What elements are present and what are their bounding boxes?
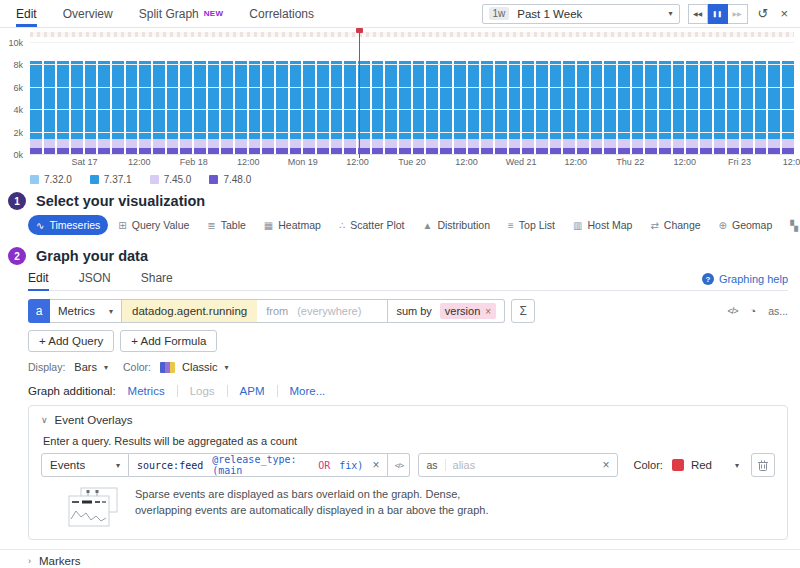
event-overlays-header[interactable]: ∨ Event Overlays: [41, 414, 775, 426]
stacked-bar[interactable]: [440, 43, 452, 155]
stacked-bar[interactable]: [755, 43, 767, 155]
stacked-bar[interactable]: [577, 43, 589, 155]
stacked-bar[interactable]: [249, 43, 261, 155]
stacked-bar[interactable]: [454, 43, 466, 155]
add-formula-button[interactable]: + Add Formula: [120, 330, 217, 352]
stacked-bar[interactable]: [741, 43, 753, 155]
stacked-bar[interactable]: [167, 43, 179, 155]
stacked-bar[interactable]: [194, 43, 206, 155]
viz-button-query-value[interactable]: ⊞Query Value: [110, 215, 197, 235]
stacked-bar[interactable]: [768, 43, 780, 155]
stacked-bar[interactable]: [112, 43, 124, 155]
query-source-select[interactable]: Metrics ▾: [50, 299, 122, 323]
stacked-bar[interactable]: [331, 43, 343, 155]
refresh-icon[interactable]: ↺: [756, 6, 771, 21]
viz-button-top-list[interactable]: ≡Top List: [500, 215, 563, 235]
alias-as-button[interactable]: as...: [768, 305, 788, 317]
stacked-bar[interactable]: [385, 43, 397, 155]
stacked-bar[interactable]: [208, 43, 220, 155]
top-tab-split-graph[interactable]: Split GraphNEW: [139, 0, 224, 27]
viz-button-tree-map[interactable]: ▚Tree Map: [782, 215, 800, 235]
legend-item-7.48.0[interactable]: 7.48.0: [209, 174, 251, 185]
stacked-bar[interactable]: [426, 43, 438, 155]
stacked-bar[interactable]: [481, 43, 493, 155]
viz-button-heatmap[interactable]: ▦Heatmap: [256, 215, 329, 235]
stacked-bar[interactable]: [645, 43, 657, 155]
graph-tab-json[interactable]: JSON: [79, 271, 111, 290]
step-forward-button[interactable]: ▶▶: [728, 4, 748, 24]
viz-button-host-map[interactable]: ▥Host Map: [565, 215, 640, 235]
stacked-bar[interactable]: [591, 43, 603, 155]
top-tab-overview[interactable]: Overview: [63, 0, 113, 27]
display-type-select[interactable]: Bars ▾: [71, 360, 111, 374]
stacked-bar[interactable]: [153, 43, 165, 155]
remove-tag-icon[interactable]: ×: [485, 306, 491, 317]
time-range-selector[interactable]: 1w Past 1 Week ▾: [482, 4, 680, 24]
color-scheme-select[interactable]: Classic ▾: [157, 360, 231, 374]
viz-button-scatter-plot[interactable]: ∴Scatter Plot: [331, 215, 413, 235]
stacked-bar[interactable]: [563, 43, 575, 155]
stacked-bar[interactable]: [303, 43, 315, 155]
stacked-bar[interactable]: [126, 43, 138, 155]
close-icon[interactable]: ×: [778, 6, 790, 21]
stacked-bar[interactable]: [673, 43, 685, 155]
stacked-bar[interactable]: [180, 43, 192, 155]
event-query-input[interactable]: source:feed@release_type:(mainORfix)×: [129, 453, 388, 477]
clear-query-icon[interactable]: ×: [372, 458, 379, 472]
stacked-bar[interactable]: [782, 43, 794, 155]
stacked-bar[interactable]: [85, 43, 97, 155]
stacked-bar[interactable]: [604, 43, 616, 155]
stacked-bar[interactable]: [139, 43, 151, 155]
alias-input[interactable]: [446, 459, 596, 471]
stacked-bar[interactable]: [468, 43, 480, 155]
stacked-bar[interactable]: [344, 43, 356, 155]
aggregator-sigma-button[interactable]: Σ: [511, 299, 535, 323]
stacked-bar[interactable]: [686, 43, 698, 155]
legend-item-7.32.0[interactable]: 7.32.0: [30, 174, 72, 185]
stacked-bar[interactable]: [495, 43, 507, 155]
stacked-bar[interactable]: [30, 43, 42, 155]
stacked-bar[interactable]: [509, 43, 521, 155]
scope-input[interactable]: (everywhere): [297, 305, 387, 317]
delete-event-query-button[interactable]: [751, 453, 775, 477]
markers-section-toggle[interactable]: › Markers: [0, 549, 800, 568]
viz-button-table[interactable]: ≣Table: [199, 215, 254, 235]
stacked-bar[interactable]: [98, 43, 110, 155]
stacked-bar[interactable]: [44, 43, 56, 155]
viz-button-geomap[interactable]: ⊕Geomap: [711, 215, 781, 235]
group-by-tag[interactable]: version ×: [440, 303, 496, 319]
event-source-select[interactable]: Events ▾: [41, 453, 129, 477]
legend-item-7.45.0[interactable]: 7.45.0: [150, 174, 192, 185]
metric-name-input[interactable]: datadog.agent.running: [122, 300, 257, 322]
stacked-bar[interactable]: [276, 43, 288, 155]
stacked-bar[interactable]: [290, 43, 302, 155]
top-tab-edit[interactable]: Edit: [16, 0, 37, 27]
stacked-bar[interactable]: [317, 43, 329, 155]
graph-additional-link-apm[interactable]: APM: [240, 385, 265, 397]
stacked-bar[interactable]: [71, 43, 83, 155]
stacked-bar[interactable]: [550, 43, 562, 155]
stacked-bar[interactable]: [700, 43, 712, 155]
chart-plot-area[interactable]: 0k2k4k6k8k10k: [30, 43, 794, 155]
stacked-bar[interactable]: [727, 43, 739, 155]
stacked-bar[interactable]: [235, 43, 247, 155]
code-icon[interactable]: </>: [727, 306, 737, 316]
graph-tab-share[interactable]: Share: [141, 271, 173, 290]
graphing-help-link[interactable]: ? Graphing help: [702, 273, 788, 290]
stacked-bar[interactable]: [57, 43, 69, 155]
stacked-bar[interactable]: [536, 43, 548, 155]
graph-additional-link-metrics[interactable]: Metrics: [128, 385, 165, 397]
stacked-bar[interactable]: [618, 43, 630, 155]
stacked-bar[interactable]: [358, 43, 370, 155]
graph-tab-edit[interactable]: Edit: [28, 271, 49, 290]
event-color-select[interactable]: Red ▾: [672, 459, 739, 471]
top-tab-correlations[interactable]: Correlations: [249, 0, 314, 27]
stacked-bar[interactable]: [659, 43, 671, 155]
stacked-bar[interactable]: [413, 43, 425, 155]
clear-alias-icon[interactable]: ×: [596, 458, 617, 472]
stacked-bar[interactable]: [522, 43, 534, 155]
stacked-bar[interactable]: [632, 43, 644, 155]
step-back-button[interactable]: ◀◀: [688, 4, 708, 24]
stacked-bar[interactable]: [714, 43, 726, 155]
viz-button-change[interactable]: ⇄Change: [642, 215, 708, 235]
